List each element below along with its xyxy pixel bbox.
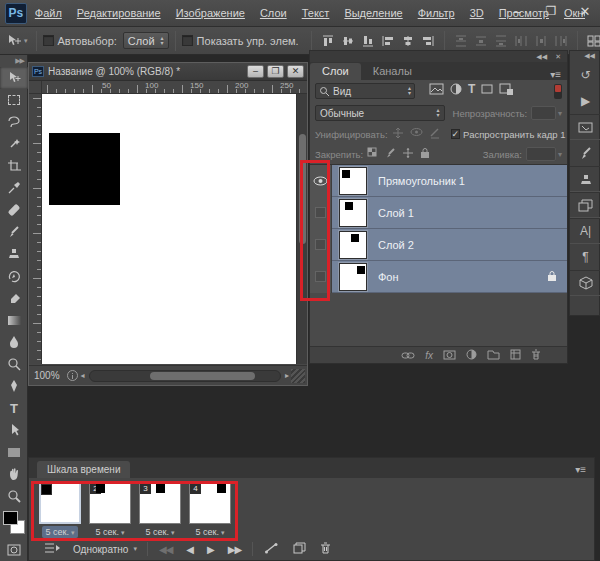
history-brush-tool[interactable] xyxy=(0,265,28,287)
layer-name[interactable]: Слой 1 xyxy=(378,207,414,219)
paragraph-panel-icon[interactable]: ¶ xyxy=(570,244,600,270)
align-top-edges-icon[interactable] xyxy=(318,31,338,51)
3d-panel-icon[interactable] xyxy=(570,270,600,296)
frame-2[interactable]: 2 5 сек.▾ xyxy=(87,482,133,538)
tab-timeline[interactable]: Шкала времени xyxy=(37,461,130,478)
vertical-scrollbar[interactable] xyxy=(296,94,307,364)
layer-row-layer-2[interactable]: Слой 2 xyxy=(310,229,567,261)
tools-collapse-icon[interactable]: ▶▶ xyxy=(0,55,27,67)
document-maximize-button[interactable]: ❐ xyxy=(267,65,284,78)
document-close-button[interactable]: ✕ xyxy=(287,65,304,78)
add-layer-mask-icon[interactable] xyxy=(443,346,456,364)
marquee-tool[interactable] xyxy=(0,89,28,111)
unify-style-icon[interactable] xyxy=(429,127,441,141)
layer-row-rectangle-1[interactable]: Прямоугольник 1 xyxy=(310,165,567,197)
align-bottom-edges-icon[interactable] xyxy=(358,31,378,51)
canvas[interactable] xyxy=(42,94,297,364)
delete-frame-button[interactable] xyxy=(313,542,338,556)
healing-brush-tool[interactable] xyxy=(0,199,28,221)
lock-all-icon[interactable] xyxy=(420,147,430,161)
layer-name[interactable]: Прямоугольник 1 xyxy=(378,175,465,187)
quick-mask-button[interactable] xyxy=(0,539,28,561)
type-tool[interactable]: T xyxy=(0,397,28,419)
filter-smart-objects-icon[interactable] xyxy=(499,82,514,100)
horizontal-scrollbar[interactable] xyxy=(89,370,281,382)
tool-preset-arrow-icon[interactable]: ▾ xyxy=(24,37,28,45)
menu-type[interactable]: Текст xyxy=(302,7,330,19)
filter-adjustment-layers-icon[interactable] xyxy=(449,82,463,100)
panel-close-icon[interactable]: ✕ xyxy=(555,53,561,61)
next-frame-button[interactable]: ▶▶ xyxy=(221,544,248,555)
delete-layer-icon[interactable] xyxy=(531,346,541,364)
scroll-left-arrow[interactable]: ◂ xyxy=(79,371,87,380)
layer-style-icon[interactable]: fx xyxy=(425,350,433,361)
auto-align-layers-icon[interactable] xyxy=(584,31,600,51)
horizontal-scrollbar-thumb[interactable] xyxy=(150,372,255,380)
visibility-toggle[interactable] xyxy=(310,197,332,229)
window-minimize-button[interactable]: – xyxy=(506,2,528,20)
character-panel-icon[interactable]: A| xyxy=(570,218,600,244)
panel-collapse-icon[interactable]: ◀◀ xyxy=(536,53,547,61)
eyedropper-tool[interactable] xyxy=(0,177,28,199)
autoselect-checkbox[interactable] xyxy=(43,35,54,46)
window-close-button[interactable]: ✕ xyxy=(574,2,596,20)
foreground-color-swatch[interactable] xyxy=(3,511,18,525)
layer-thumbnail[interactable] xyxy=(339,199,367,227)
previous-frame-button[interactable]: ◀ xyxy=(179,544,200,555)
layer-thumbnail[interactable] xyxy=(339,167,367,195)
blend-mode-select[interactable]: Обычные ▴▾ xyxy=(315,105,445,121)
visibility-toggle[interactable] xyxy=(310,261,332,293)
frame-1[interactable]: 1 5 сек.▾ xyxy=(37,482,83,538)
layer-row-background[interactable]: Фон xyxy=(310,261,567,293)
frame-duration-select[interactable]: 5 сек.▾ xyxy=(192,526,229,538)
brush-tool[interactable] xyxy=(0,221,28,243)
history-panel-icon[interactable]: ↺ xyxy=(570,62,600,88)
clone-source-panel-icon[interactable] xyxy=(570,166,600,192)
blur-tool[interactable] xyxy=(0,331,28,353)
lock-transparency-icon[interactable] xyxy=(367,147,378,161)
align-vertical-centers-icon[interactable] xyxy=(338,31,358,51)
play-button[interactable]: ▶ xyxy=(200,544,221,555)
layer-thumbnail[interactable] xyxy=(339,263,367,291)
align-horizontal-centers-icon[interactable] xyxy=(398,31,418,51)
new-group-icon[interactable] xyxy=(487,346,500,364)
filter-shape-layers-icon[interactable] xyxy=(480,82,494,100)
show-transform-controls-checkbox[interactable] xyxy=(182,35,193,46)
new-layer-icon[interactable] xyxy=(510,346,521,364)
unify-visibility-icon[interactable] xyxy=(410,127,423,141)
convert-to-video-timeline-icon[interactable] xyxy=(37,542,67,556)
frame-3[interactable]: 3 5 сек.▾ xyxy=(137,482,183,538)
zoom-tool[interactable] xyxy=(0,485,28,507)
frame-4[interactable]: 4 5 сек.▾ xyxy=(187,482,233,538)
frame-duration-select[interactable]: 5 сек.▾ xyxy=(42,526,79,538)
layer-row-layer-1[interactable]: Слой 1 xyxy=(310,197,567,229)
layer-name[interactable]: Фон xyxy=(378,271,399,283)
lock-pixels-icon[interactable] xyxy=(384,147,396,161)
scroll-right-arrow[interactable]: ▸ xyxy=(283,371,291,380)
layer-name[interactable]: Слой 2 xyxy=(378,239,414,251)
menu-image[interactable]: Изображение xyxy=(176,7,245,19)
link-layers-icon[interactable] xyxy=(401,346,415,364)
dodge-tool[interactable] xyxy=(0,353,28,375)
ruler-origin-corner[interactable] xyxy=(29,81,42,94)
window-resize-grip[interactable] xyxy=(291,369,305,383)
menu-3d[interactable]: 3D xyxy=(470,7,484,19)
layer-comps-panel-icon[interactable] xyxy=(570,192,600,218)
tab-channels[interactable]: Каналы xyxy=(361,63,424,80)
tween-button[interactable] xyxy=(257,542,286,556)
duplicate-frame-button[interactable] xyxy=(286,542,313,556)
menu-file[interactable]: Файл xyxy=(35,7,62,19)
document-minimize-button[interactable]: – xyxy=(247,65,264,78)
gradient-tool[interactable] xyxy=(0,309,28,331)
hand-tool[interactable] xyxy=(0,463,28,485)
first-frame-button[interactable]: ◀◀ xyxy=(152,544,179,555)
menu-filter[interactable]: Фильтр xyxy=(418,7,455,19)
align-right-edges-icon[interactable] xyxy=(418,31,438,51)
path-selection-tool[interactable] xyxy=(0,419,28,441)
move-tool[interactable] xyxy=(0,67,28,89)
status-info-icon[interactable] xyxy=(66,369,79,382)
visibility-toggle[interactable] xyxy=(310,229,332,261)
loop-mode-select[interactable]: Однократно ▾ xyxy=(67,544,143,555)
lock-position-icon[interactable] xyxy=(402,147,414,161)
shape-tool[interactable] xyxy=(0,441,28,463)
